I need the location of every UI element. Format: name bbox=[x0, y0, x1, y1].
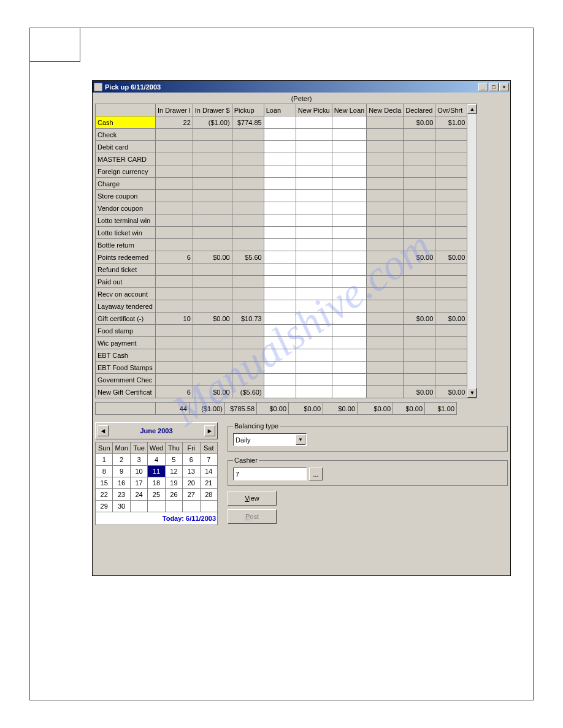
grid-cell[interactable] bbox=[332, 276, 367, 288]
calendar-day[interactable]: 16 bbox=[113, 477, 130, 489]
grid-cell[interactable] bbox=[264, 264, 296, 276]
calendar-day[interactable]: 24 bbox=[130, 489, 147, 501]
calendar-day[interactable]: 23 bbox=[113, 489, 130, 501]
calendar-day[interactable]: 7 bbox=[200, 454, 217, 466]
calendar-day[interactable]: 29 bbox=[96, 501, 113, 512]
calendar-day[interactable]: 18 bbox=[148, 477, 165, 489]
scroll-up-icon[interactable]: ▲ bbox=[467, 104, 477, 114]
grid-cell[interactable] bbox=[264, 337, 296, 349]
grid-cell[interactable] bbox=[332, 362, 367, 374]
grid-cell[interactable] bbox=[332, 116, 367, 129]
column-header[interactable]: In Drawer I bbox=[156, 104, 193, 116]
calendar-day[interactable]: 13 bbox=[183, 466, 200, 477]
grid-cell[interactable] bbox=[296, 264, 332, 276]
calendar-grid[interactable]: SunMonTueWedThuFriSat1234567891011121314… bbox=[95, 442, 218, 512]
row-label[interactable]: Points redeemed bbox=[96, 251, 156, 264]
row-label[interactable]: MASTER CARD bbox=[96, 153, 156, 165]
grid-cell[interactable] bbox=[332, 337, 367, 349]
grid-cell[interactable] bbox=[264, 349, 296, 362]
row-label[interactable]: Cash bbox=[96, 116, 156, 129]
calendar-day[interactable]: 2 bbox=[113, 454, 130, 466]
calendar-day[interactable]: 19 bbox=[165, 477, 182, 489]
grid-cell[interactable] bbox=[264, 202, 296, 214]
grid-cell[interactable] bbox=[296, 178, 332, 190]
calendar-day[interactable]: 6 bbox=[183, 454, 200, 466]
grid-cell[interactable] bbox=[264, 178, 296, 190]
grid-cell[interactable] bbox=[296, 313, 332, 325]
grid-cell[interactable] bbox=[332, 251, 367, 264]
grid-cell[interactable] bbox=[296, 214, 332, 227]
grid-cell[interactable] bbox=[296, 141, 332, 153]
grid-cell[interactable] bbox=[264, 251, 296, 264]
calendar-day[interactable]: 20 bbox=[183, 477, 200, 489]
calendar-day[interactable]: 21 bbox=[200, 477, 217, 489]
column-header[interactable]: New Picku bbox=[296, 104, 332, 116]
calendar-day[interactable]: 1 bbox=[96, 454, 113, 466]
row-label[interactable]: New Gift Certificat bbox=[96, 386, 156, 398]
close-button[interactable]: × bbox=[499, 83, 509, 91]
grid-cell[interactable] bbox=[296, 374, 332, 386]
calendar-day[interactable]: 30 bbox=[113, 501, 130, 512]
calendar-day[interactable]: 8 bbox=[96, 466, 113, 477]
calendar-day[interactable]: 12 bbox=[165, 466, 182, 477]
grid-cell[interactable] bbox=[332, 227, 367, 239]
grid-cell[interactable] bbox=[296, 202, 332, 214]
calendar-day[interactable]: 9 bbox=[113, 466, 130, 477]
row-label[interactable]: Government Chec bbox=[96, 374, 156, 386]
grid-cell[interactable] bbox=[264, 165, 296, 178]
grid-cell[interactable] bbox=[264, 362, 296, 374]
grid-cell[interactable] bbox=[296, 325, 332, 337]
row-label[interactable]: Lotto terminal win bbox=[96, 214, 156, 227]
grid-cell[interactable] bbox=[264, 313, 296, 325]
balancing-type-select[interactable]: Daily ▼ bbox=[233, 433, 307, 446]
column-header[interactable]: In Drawer $ bbox=[193, 104, 232, 116]
grid-cell[interactable] bbox=[332, 190, 367, 202]
grid-cell[interactable] bbox=[264, 214, 296, 227]
row-label[interactable]: Check bbox=[96, 129, 156, 141]
row-label[interactable]: Layaway tendered bbox=[96, 300, 156, 313]
calendar-today[interactable]: Today: 6/11/2003 bbox=[95, 512, 218, 525]
grid-cell[interactable] bbox=[332, 239, 367, 251]
row-label[interactable]: Paid out bbox=[96, 276, 156, 288]
row-label[interactable]: Debit card bbox=[96, 141, 156, 153]
grid-cell[interactable] bbox=[264, 227, 296, 239]
column-header[interactable]: Declared bbox=[404, 104, 435, 116]
vertical-scrollbar[interactable]: ▲ ▼ bbox=[467, 104, 477, 398]
grid-cell[interactable] bbox=[332, 374, 367, 386]
column-header[interactable]: New Decla bbox=[367, 104, 404, 116]
minimize-button[interactable]: _ bbox=[478, 83, 488, 91]
grid-cell[interactable] bbox=[296, 190, 332, 202]
calendar-day[interactable]: 11 bbox=[148, 466, 165, 477]
grid-cell[interactable] bbox=[264, 129, 296, 141]
grid-cell[interactable] bbox=[296, 153, 332, 165]
grid-cell[interactable] bbox=[296, 116, 332, 129]
grid-cell[interactable] bbox=[332, 202, 367, 214]
grid-cell[interactable] bbox=[332, 288, 367, 300]
column-header[interactable]: New Loan bbox=[332, 104, 367, 116]
grid-cell[interactable] bbox=[296, 386, 332, 398]
grid-cell[interactable] bbox=[264, 386, 296, 398]
grid-cell[interactable] bbox=[264, 239, 296, 251]
calendar-day[interactable]: 5 bbox=[165, 454, 182, 466]
row-label[interactable]: Bottle return bbox=[96, 239, 156, 251]
grid-cell[interactable] bbox=[296, 349, 332, 362]
calendar-day[interactable]: 22 bbox=[96, 489, 113, 501]
grid-cell[interactable] bbox=[264, 141, 296, 153]
post-button[interactable]: Post bbox=[228, 509, 277, 524]
grid-cell[interactable] bbox=[296, 239, 332, 251]
row-label[interactable]: Lotto ticket win bbox=[96, 227, 156, 239]
grid-cell[interactable] bbox=[296, 362, 332, 374]
row-label[interactable]: Food stamp bbox=[96, 325, 156, 337]
row-label[interactable]: Wic payment bbox=[96, 337, 156, 349]
row-label[interactable]: Vendor coupon bbox=[96, 202, 156, 214]
chevron-down-icon[interactable]: ▼ bbox=[296, 434, 305, 445]
calendar-day[interactable]: 25 bbox=[148, 489, 165, 501]
grid-cell[interactable] bbox=[332, 349, 367, 362]
calendar-day[interactable]: 10 bbox=[130, 466, 147, 477]
grid-cell[interactable] bbox=[296, 288, 332, 300]
grid-cell[interactable] bbox=[264, 374, 296, 386]
grid-cell[interactable] bbox=[264, 116, 296, 129]
grid-cell[interactable] bbox=[332, 141, 367, 153]
grid-cell[interactable] bbox=[296, 276, 332, 288]
calendar-day[interactable]: 14 bbox=[200, 466, 217, 477]
